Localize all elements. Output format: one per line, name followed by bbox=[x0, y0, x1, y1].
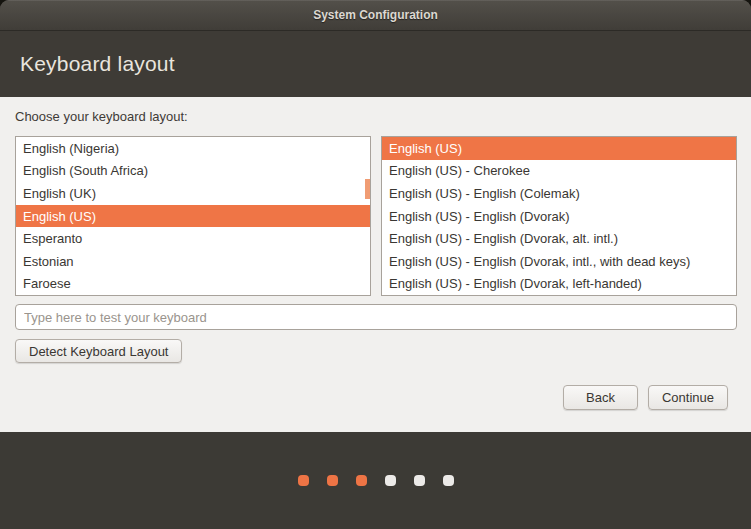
progress-dot-active bbox=[298, 475, 309, 486]
continue-button[interactable]: Continue bbox=[648, 385, 728, 410]
back-button[interactable]: Back bbox=[563, 385, 638, 410]
footer-bar bbox=[0, 432, 751, 529]
scrollbar-thumb[interactable] bbox=[365, 179, 370, 199]
title-bar[interactable]: System Configuration bbox=[0, 0, 751, 31]
list-item[interactable]: Esperanto bbox=[16, 227, 370, 250]
progress-dot-inactive bbox=[414, 475, 425, 486]
progress-dot-active bbox=[327, 475, 338, 486]
list-item[interactable]: English (US) - English (Dvorak, intl., w… bbox=[382, 250, 736, 273]
list-item[interactable]: English (US) bbox=[382, 137, 736, 160]
window-title: System Configuration bbox=[313, 8, 438, 22]
list-item[interactable]: English (US) - English (Dvorak, alt. int… bbox=[382, 227, 736, 250]
list-item[interactable]: English (UK) bbox=[16, 182, 370, 205]
list-item[interactable]: English (US) - English (Colemak) bbox=[382, 182, 736, 205]
list-item[interactable]: English (US) - English (Dvorak) bbox=[382, 205, 736, 228]
progress-dot-active bbox=[356, 475, 367, 486]
progress-dots bbox=[0, 475, 751, 486]
page-header: Keyboard layout bbox=[0, 31, 751, 97]
list-item[interactable]: English (Nigeria) bbox=[16, 137, 370, 160]
page-title: Keyboard layout bbox=[20, 52, 175, 76]
list-item[interactable]: Faroese bbox=[16, 272, 370, 295]
list-item[interactable]: English (South Africa) bbox=[16, 160, 370, 183]
list-item[interactable]: English (US) - Cherokee bbox=[382, 160, 736, 183]
keyboard-variant-list[interactable]: English (US)English (US) - CherokeeEngli… bbox=[381, 136, 737, 296]
list-item[interactable]: Estonian bbox=[16, 250, 370, 273]
detect-keyboard-layout-button[interactable]: Detect Keyboard Layout bbox=[15, 339, 182, 363]
list-item[interactable]: English (US) bbox=[16, 205, 370, 228]
list-item[interactable]: English (US) - English (Dvorak, left-han… bbox=[382, 272, 736, 295]
progress-dot-inactive bbox=[385, 475, 396, 486]
keyboard-test-input[interactable] bbox=[15, 304, 737, 330]
progress-dot-inactive bbox=[443, 475, 454, 486]
keyboard-layout-list[interactable]: English (Nigeria)English (South Africa)E… bbox=[15, 136, 371, 296]
main-content: Choose your keyboard layout: English (Ni… bbox=[0, 97, 751, 432]
choose-layout-label: Choose your keyboard layout: bbox=[15, 109, 188, 124]
installer-window: System Configuration Keyboard layout Cho… bbox=[0, 0, 751, 529]
